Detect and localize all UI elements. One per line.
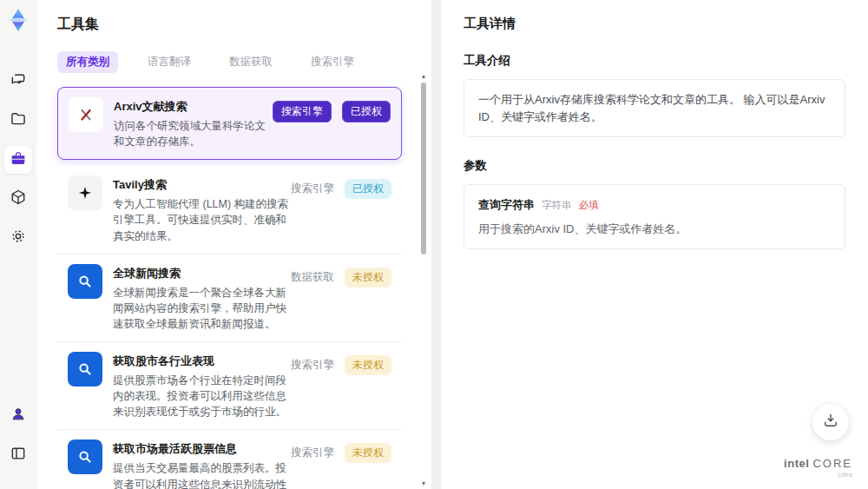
sidebar-item-chat[interactable]	[4, 68, 32, 96]
search-icon	[68, 264, 102, 299]
tool-name: 获取股市各行业表现	[113, 354, 291, 369]
tool-category-tag: 搜索引擎	[291, 446, 334, 460]
auth-status-badge: 已授权	[345, 179, 391, 199]
param-description: 用于搜索的Arxiv ID、关键字或作者姓名。	[478, 221, 831, 238]
tool-category-tag: 数据获取	[291, 270, 334, 285]
param-type: 字符串	[542, 198, 572, 213]
tab-2[interactable]: 数据获取	[220, 51, 281, 73]
scroll-up-icon[interactable]: ▲	[419, 73, 428, 80]
intro-text: 一个用于从Arxiv存储库搜索科学论文和文章的工具。 输入可以是Arxiv ID…	[464, 79, 845, 137]
tool-list: Arxiv文献搜索访问各个研究领域大量科学论文和文章的存储库。搜索引擎已授权Ta…	[57, 87, 412, 489]
tool-name: Tavily搜索	[113, 177, 291, 193]
auth-status-badge: 未授权	[345, 355, 391, 375]
tool-description: 提供当天交易量最高的股票列表。投资者可以利用这些信息来识别流动性强的股票和潜在的…	[113, 460, 291, 489]
tool-category-tag: 搜索引擎	[291, 358, 334, 373]
intel-brand-text: intel	[784, 457, 809, 470]
auth-status-badge: 未授权	[345, 443, 391, 463]
tool-card[interactable]: Tavily搜索专为人工智能代理 (LLM) 构建的搜索引擎工具。可快速提供实时…	[57, 166, 402, 254]
scrollbar[interactable]: ▲ ▼	[419, 73, 428, 487]
tab-3[interactable]: 搜索引擎	[302, 51, 363, 73]
tool-description: 全球新闻搜索是一个聚合全球各大新闻网站内容的搜索引擎，帮助用户快速获取全球最新资…	[113, 285, 291, 332]
brand-subtext: Ultra	[784, 471, 852, 479]
app-window: 工具集 所有类别语言翻译数据获取搜索引擎 Arxiv文献搜索访问各个研究领域大量…	[0, 0, 868, 489]
arxiv-icon	[69, 97, 103, 132]
tool-card[interactable]: 获取股市各行业表现提供股票市场各个行业在特定时间段内的表现。投资者可以利用这些信…	[57, 342, 402, 430]
tool-description: 提供股票市场各个行业在特定时间段内的表现。投资者可以利用这些信息来识别表现优于或…	[113, 373, 291, 420]
tab-1[interactable]: 语言翻译	[139, 51, 200, 73]
sidebar-item-tools[interactable]	[4, 146, 32, 174]
intro-heading: 工具介绍	[464, 53, 845, 69]
tool-name: Arxiv文献搜索	[114, 99, 273, 115]
scroll-down-icon[interactable]: ▼	[419, 480, 428, 487]
panel-toggle-icon	[10, 445, 27, 466]
app-logo-icon	[5, 7, 31, 33]
tool-description: 专为人工智能代理 (LLM) 构建的搜索引擎工具。可快速提供实时、准确和真实的结…	[113, 196, 291, 243]
cube-icon	[10, 188, 27, 209]
tool-name: 全球新闻搜索	[113, 266, 291, 281]
detail-title: 工具详情	[464, 16, 845, 32]
params-heading: 参数	[464, 158, 845, 174]
auth-status-badge: 已授权	[342, 101, 391, 122]
gear-icon	[10, 228, 27, 248]
panel-divider	[431, 0, 441, 489]
sidebar-item-panel-toggle[interactable]	[4, 441, 32, 469]
core-brand-text: CORE	[812, 457, 852, 470]
search-icon	[68, 439, 102, 474]
sidebar-item-packages[interactable]	[4, 185, 32, 213]
download-button[interactable]	[812, 404, 849, 440]
toolbox-icon	[10, 149, 27, 170]
user-icon	[10, 406, 27, 426]
tool-card[interactable]: 全球新闻搜索全球新闻搜索是一个聚合全球各大新闻网站内容的搜索引擎，帮助用户快速获…	[57, 254, 402, 342]
tool-card[interactable]: Arxiv文献搜索访问各个研究领域大量科学论文和文章的存储库。搜索引擎已授权	[57, 87, 402, 160]
tool-category-tag: 搜索引擎	[273, 101, 332, 122]
auth-status-badge: 未授权	[345, 268, 391, 287]
sidebar-item-files[interactable]	[4, 107, 32, 135]
param-name: 查询字符串	[478, 196, 535, 214]
tool-detail-panel: 工具详情 工具介绍 一个用于从Arxiv存储库搜索科学论文和文章的工具。 输入可…	[441, 0, 868, 489]
page-title: 工具集	[57, 16, 412, 34]
sidebar-item-settings[interactable]	[4, 224, 32, 252]
scrollbar-thumb[interactable]	[421, 83, 426, 254]
sidebar	[0, 0, 36, 489]
folder-icon	[10, 110, 27, 131]
tab-0[interactable]: 所有类别	[57, 51, 118, 73]
chat-icon	[10, 71, 27, 92]
download-icon	[822, 412, 839, 433]
param-card: 查询字符串 字符串 必填 用于搜索的Arxiv ID、关键字或作者姓名。	[464, 184, 845, 249]
tavily-star-icon	[68, 175, 102, 210]
tool-name: 获取市场最活跃股票信息	[113, 441, 291, 457]
tool-card[interactable]: 获取市场最活跃股票信息提供当天交易量最高的股票列表。投资者可以利用这些信息来识别…	[57, 430, 402, 489]
category-tabs: 所有类别语言翻译数据获取搜索引擎	[57, 51, 412, 73]
sidebar-item-user[interactable]	[4, 402, 32, 430]
tool-description: 访问各个研究领域大量科学论文和文章的存储库。	[114, 118, 273, 149]
intel-core-logo: intel CORE Ultra	[784, 457, 852, 479]
tool-category-tag: 搜索引擎	[291, 182, 334, 196]
param-required-flag: 必填	[579, 198, 599, 213]
search-icon	[68, 352, 102, 387]
tool-list-panel: 工具集 所有类别语言翻译数据获取搜索引擎 Arxiv文献搜索访问各个研究领域大量…	[36, 0, 431, 489]
